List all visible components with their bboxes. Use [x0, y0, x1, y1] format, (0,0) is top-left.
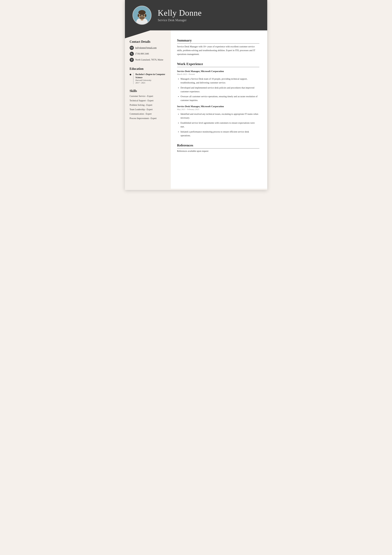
- references-text: References available upon request: [177, 150, 259, 153]
- avatar: [133, 6, 151, 25]
- candidate-title: Service Desk Manager: [158, 18, 202, 22]
- job-1-bullets: Managed a Service Desk team of 10 people…: [177, 77, 259, 102]
- skill-item-3: Problem Solving - Expert: [130, 104, 166, 106]
- skill-item-1: Customer Service - Expert: [130, 95, 166, 97]
- skill-item-6: Process Improvement - Expert: [130, 117, 166, 120]
- skill-item-5: Communication - Expert: [130, 113, 166, 115]
- job-2-bullets: Identified and resolved any technical is…: [177, 112, 259, 138]
- skill-item-4: Team Leadership - Expert: [130, 108, 166, 111]
- edu-degree: Bachelor's Degree in Computer Science: [135, 73, 166, 79]
- svg-point-5: [138, 10, 146, 15]
- phone-icon: [130, 52, 134, 56]
- main-content: Summary Service Desk Manager with 10+ ye…: [171, 30, 267, 189]
- education-item: Bachelor's Degree in Computer Science Ha…: [130, 73, 166, 84]
- header-info: Kelly Donne Service Desk Manager: [158, 8, 202, 22]
- svg-point-14: [142, 17, 143, 17]
- summary-text: Service Desk Manager with 10+ years of e…: [177, 45, 259, 56]
- chevron-shape: [125, 30, 150, 38]
- work-title: Work Experience: [177, 62, 259, 67]
- contact-title: Contact Details: [130, 40, 166, 44]
- resume-container: Kelly Donne Service Desk Manager Contact…: [125, 0, 267, 190]
- location-icon: [130, 58, 134, 62]
- skill-item-2: Technical Support - Expert: [130, 99, 166, 102]
- skills-section: Skills Customer Service - Expert Technic…: [130, 89, 166, 120]
- svg-point-16: [131, 59, 132, 60]
- education-title: Education: [130, 67, 166, 71]
- contact-phone: (718) 800 2446: [130, 52, 166, 56]
- job-1-dates: March 2023 - Present: [177, 73, 259, 75]
- job-1-bullet-1: Managed a Service Desk team of 10 people…: [177, 77, 259, 85]
- contact-section: Contact Details kellydonne@gmail.com (71…: [130, 40, 166, 62]
- job-2-title: Service Desk Manager, Microsoft Corporat…: [177, 105, 259, 108]
- job-1-bullet-2: Developed and implemented service desk p…: [177, 86, 259, 94]
- job-2-bullet-2: Established service level agreements wit…: [177, 121, 259, 129]
- summary-title: Summary: [177, 38, 259, 44]
- svg-point-6: [138, 14, 139, 17]
- svg-point-7: [145, 14, 146, 17]
- edu-bullet-icon: [130, 74, 131, 75]
- job-2: Service Desk Manager, Microsoft Corporat…: [177, 105, 259, 138]
- email-link[interactable]: kellydonne@gmail.com: [135, 47, 157, 49]
- header: Kelly Donne Service Desk Manager: [125, 0, 267, 30]
- summary-section: Summary Service Desk Manager with 10+ ye…: [177, 38, 259, 56]
- phone-text: (718) 800 2446: [135, 52, 149, 55]
- skills-title: Skills: [130, 89, 166, 93]
- email-icon: [130, 46, 134, 50]
- address-text: North Lianaland, 70576, Maine: [135, 58, 163, 61]
- edu-years: 2017 - 2021: [135, 81, 166, 84]
- job-2-dates: May 2021 - February 2023: [177, 108, 259, 111]
- job-2-bullet-1: Identified and resolved any technical is…: [177, 112, 259, 120]
- job-2-bullet-3: Initiated a performance monitoring proce…: [177, 130, 259, 138]
- education-section: Education Bachelor's Degree in Computer …: [130, 67, 166, 84]
- svg-point-9: [140, 15, 141, 16]
- job-1-title: Service Desk Manager, Microsoft Corporat…: [177, 70, 259, 73]
- contact-email: kellydonne@gmail.com: [130, 46, 166, 50]
- edu-content: Bachelor's Degree in Computer Science Ha…: [133, 73, 166, 84]
- job-1: Service Desk Manager, Microsoft Corporat…: [177, 70, 259, 102]
- contact-address: North Lianaland, 70576, Maine: [130, 58, 166, 62]
- references-title: References: [177, 143, 259, 148]
- job-1-bullet-3: Oversaw all customer service operations,…: [177, 95, 259, 102]
- sidebar: Contact Details kellydonne@gmail.com (71…: [125, 30, 171, 189]
- work-experience-section: Work Experience Service Desk Manager, Mi…: [177, 62, 259, 138]
- candidate-name: Kelly Donne: [158, 8, 202, 17]
- edu-school: Harvard University: [135, 79, 166, 81]
- references-section: References References available upon req…: [177, 143, 259, 153]
- resume-body: Contact Details kellydonne@gmail.com (71…: [125, 30, 267, 189]
- svg-point-10: [143, 15, 144, 16]
